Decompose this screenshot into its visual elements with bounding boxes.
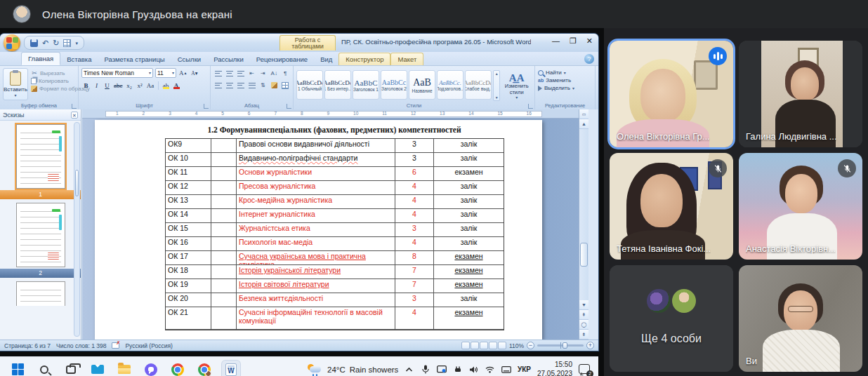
tray-chevron-up-icon[interactable] bbox=[405, 365, 414, 375]
style-card[interactable]: AaBbCcDc 1 Обычный bbox=[296, 70, 323, 100]
taskbar-search-button[interactable] bbox=[35, 361, 53, 376]
previous-page-icon[interactable]: ⇞ bbox=[579, 310, 588, 320]
style-card[interactable]: AaBbCc. Подзаголов... bbox=[437, 70, 463, 100]
line-spacing-button[interactable]: ⇅ bbox=[258, 81, 268, 90]
ribbon-tab[interactable]: Ссылки bbox=[171, 53, 207, 65]
cell-blank[interactable] bbox=[211, 139, 237, 152]
word-app-button[interactable] bbox=[222, 361, 240, 376]
weather-widget[interactable]: 24°C Rain showers bbox=[308, 364, 398, 375]
cell-control-form[interactable]: залік bbox=[434, 293, 504, 307]
cell-code[interactable]: ОК 10 bbox=[166, 153, 211, 166]
file-explorer-button[interactable] bbox=[115, 361, 133, 376]
maximize-button[interactable]: ❐ bbox=[570, 37, 577, 45]
horizontal-ruler[interactable]: 12345678910111213141516 bbox=[82, 109, 588, 119]
decrease-indent-button[interactable]: ⇤ bbox=[247, 69, 257, 78]
style-card[interactable]: AaBbCc Заголовок 2 bbox=[381, 70, 407, 100]
cell-discipline-name[interactable]: Журналістська етика bbox=[237, 223, 395, 236]
zoom-in-icon[interactable]: + bbox=[586, 342, 594, 349]
participant-tile-tetiana[interactable]: Тетяна Іванівна Фокі... bbox=[610, 153, 733, 260]
scroll-up-icon[interactable]: ▲ bbox=[579, 119, 588, 129]
change-styles-button[interactable]: A͟A Изменить стили ▾ bbox=[501, 70, 532, 102]
page-thumbnail[interactable]: 1 bbox=[0, 124, 81, 199]
self-view-tile[interactable]: Ви bbox=[739, 265, 862, 372]
align-center-button[interactable] bbox=[225, 81, 235, 90]
cell-discipline-name[interactable]: Основи журналістики bbox=[237, 167, 395, 180]
ribbon-tab[interactable]: Главная bbox=[21, 52, 60, 65]
replace-button[interactable]: abЗаменить bbox=[538, 77, 592, 83]
dialog-launcher-icon[interactable] bbox=[72, 104, 77, 109]
cell-credits[interactable]: 6 bbox=[395, 167, 434, 180]
office-button[interactable] bbox=[4, 34, 20, 51]
touch-keyboard-icon[interactable] bbox=[501, 365, 511, 375]
qat-dropdown-icon[interactable]: ▾ bbox=[75, 41, 78, 46]
ribbon-tab[interactable]: Макет bbox=[390, 53, 423, 65]
select-button[interactable]: Выделить▾ bbox=[538, 85, 592, 91]
zoom-slider[interactable] bbox=[537, 344, 584, 347]
cell-credits[interactable]: 3 bbox=[395, 139, 434, 152]
cell-blank[interactable] bbox=[211, 223, 237, 236]
bullets-button[interactable] bbox=[213, 69, 223, 78]
table-icon[interactable] bbox=[63, 39, 71, 47]
increase-indent-button[interactable]: ⇥ bbox=[258, 69, 268, 78]
cell-control-form[interactable]: екзамен bbox=[434, 265, 504, 278]
mail-app-button[interactable] bbox=[88, 361, 107, 376]
cell-control-form[interactable]: залік bbox=[434, 223, 504, 236]
cell-blank[interactable] bbox=[211, 251, 237, 264]
vertical-scrollbar[interactable]: ▭ ▲ ▼ ⇞ ◯ ⇟ bbox=[579, 109, 588, 340]
ribbon-tab[interactable]: Конструктор bbox=[338, 53, 390, 65]
minimize-button[interactable]: — bbox=[552, 37, 560, 45]
cell-code[interactable]: ОК 13 bbox=[166, 195, 211, 208]
cell-credits[interactable]: 4 bbox=[395, 307, 434, 329]
ribbon-tab[interactable]: Рассылки bbox=[207, 53, 250, 65]
cell-control-form[interactable]: залік bbox=[434, 139, 504, 152]
cell-code[interactable]: ОК 16 bbox=[166, 237, 211, 250]
ribbon-tab[interactable]: Вставка bbox=[60, 53, 98, 65]
network-icon[interactable] bbox=[485, 365, 495, 375]
participant-tile-anastasiia[interactable]: Анастасія Вікторівн... bbox=[739, 153, 862, 260]
borders-button[interactable] bbox=[280, 81, 290, 90]
style-card[interactable]: AaB Название bbox=[409, 70, 435, 100]
word-count[interactable]: Число слов: 1 398 bbox=[56, 342, 106, 349]
style-card[interactable]: AaBbC Заголовок 1 bbox=[353, 70, 379, 100]
cell-control-form[interactable]: залік bbox=[434, 181, 504, 194]
cell-blank[interactable] bbox=[211, 195, 237, 208]
taskbar-clock[interactable]: 15:50 27.05.2023 bbox=[537, 361, 572, 376]
scroll-down-icon[interactable]: ▼ bbox=[579, 300, 588, 310]
language-switcher[interactable]: УКР bbox=[518, 365, 531, 373]
cell-code[interactable]: ОК 12 bbox=[166, 181, 211, 194]
cell-credits[interactable]: 4 bbox=[395, 195, 434, 208]
superscript-button[interactable]: x² bbox=[136, 81, 145, 90]
plug-icon[interactable] bbox=[453, 365, 463, 375]
cell-code[interactable]: ОК 19 bbox=[166, 279, 211, 293]
cell-code[interactable]: ОК 15 bbox=[166, 223, 211, 236]
cell-control-form[interactable]: екзамен bbox=[434, 279, 504, 293]
font-name-combo[interactable]: Times New Roman▾ bbox=[81, 68, 153, 78]
chrome-profile2-button[interactable] bbox=[195, 361, 213, 376]
cell-code[interactable]: ОК 20 bbox=[166, 293, 211, 307]
start-button[interactable] bbox=[8, 361, 27, 376]
align-left-button[interactable] bbox=[213, 81, 223, 90]
show-marks-button[interactable]: ¶ bbox=[280, 69, 290, 78]
panel-close-icon[interactable]: ✕ bbox=[71, 112, 78, 119]
cell-discipline-name[interactable]: Видавничо-поліграфічні стандарти bbox=[237, 153, 395, 166]
subscript-button[interactable]: x₂ bbox=[125, 81, 134, 90]
grow-font-button[interactable]: A▲ bbox=[178, 69, 188, 78]
overflow-tile-more-people[interactable]: Ще 4 особи bbox=[610, 265, 733, 372]
document-page[interactable]: 1.2 Формуванняспеціальних (фахових, пред… bbox=[95, 120, 542, 340]
cell-control-form[interactable]: екзамен bbox=[434, 251, 504, 264]
cell-blank[interactable] bbox=[211, 293, 237, 307]
chrome-app-button[interactable] bbox=[169, 361, 187, 376]
thumbnails-scrollbar[interactable] bbox=[74, 122, 80, 337]
undo-icon[interactable]: ↶ bbox=[42, 39, 48, 47]
participant-tile-halyna[interactable]: Галина Людвигівна ... bbox=[739, 41, 862, 147]
cell-control-form[interactable]: екзамен bbox=[434, 167, 504, 180]
ruler-toggle-icon[interactable]: ▭ bbox=[579, 109, 588, 119]
cell-discipline-name[interactable]: Правові основи видавничої діяльності bbox=[237, 139, 395, 152]
cell-blank[interactable] bbox=[211, 237, 237, 250]
view-mode-buttons[interactable] bbox=[461, 342, 506, 349]
browse-object-icon[interactable]: ◯ bbox=[579, 320, 588, 330]
ribbon-tab[interactable]: Рецензирование bbox=[250, 53, 314, 65]
save-icon[interactable] bbox=[30, 39, 38, 47]
zoom-out-icon[interactable]: − bbox=[527, 342, 534, 349]
dialog-launcher-icon[interactable] bbox=[204, 104, 209, 109]
